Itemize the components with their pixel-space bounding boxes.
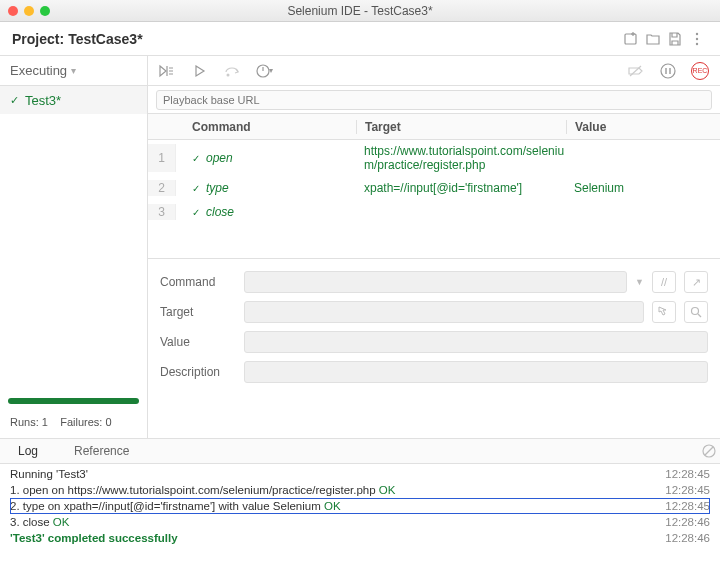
pause-icon[interactable] <box>656 59 680 83</box>
step-command: ✓type <box>176 180 356 196</box>
log-time: 12:28:45 <box>665 468 710 480</box>
minimize-window-button[interactable] <box>24 6 34 16</box>
step-row[interactable]: 1 ✓open https://www.tutorialspoint.com/s… <box>148 140 720 176</box>
step-over-icon[interactable] <box>220 59 244 83</box>
editor-target-label: Target <box>160 305 236 319</box>
log-time: 12:28:46 <box>665 516 710 528</box>
editor-value-label: Value <box>160 335 236 349</box>
step-row[interactable]: 3 ✓close <box>148 200 720 224</box>
header-value: Value <box>566 120 720 134</box>
step-target: https://www.tutorialspoint.com/selenium/… <box>356 144 566 172</box>
speed-icon[interactable]: ▾ <box>252 59 276 83</box>
svg-line-18 <box>698 314 701 317</box>
project-name: TestCase3* <box>68 31 142 47</box>
close-window-button[interactable] <box>8 6 18 16</box>
progress-track <box>8 398 139 404</box>
tab-log[interactable]: Log <box>0 439 56 463</box>
step-value: Selenium <box>566 180 720 196</box>
editor-description-label: Description <box>160 365 236 379</box>
open-project-icon[interactable] <box>642 28 664 50</box>
disable-breakpoints-icon[interactable] <box>624 59 648 83</box>
step-target: xpath=//input[@id='firstname'] <box>356 180 566 196</box>
steps-header: Command Target Value <box>148 114 720 140</box>
executing-dropdown[interactable]: Executing ▾ <box>0 56 147 86</box>
clear-log-icon[interactable] <box>698 440 720 462</box>
svg-rect-0 <box>625 34 636 44</box>
run-all-icon[interactable] <box>156 59 180 83</box>
log-row: Running 'Test3'12:28:45 <box>10 466 710 482</box>
run-stats: Runs: 1 Failures: 0 <box>0 410 147 438</box>
command-editor: Command ▼ // ↗ Target Value Description <box>148 258 720 395</box>
window-titlebar: Selenium IDE - TestCase3* <box>0 0 720 22</box>
bottom-tabs: Log Reference <box>0 438 720 464</box>
step-row[interactable]: 2 ✓type xpath=//input[@id='firstname'] S… <box>148 176 720 200</box>
editor-select-target-icon[interactable] <box>652 301 676 323</box>
url-bar <box>148 86 720 114</box>
progress-bar <box>8 398 139 404</box>
editor-description-field[interactable] <box>244 361 708 383</box>
check-icon: ✓ <box>192 207 200 218</box>
editor-command-label: Command <box>160 275 236 289</box>
editor-command-field[interactable] <box>244 271 627 293</box>
window-controls <box>8 6 50 16</box>
sidebar: Executing ▾ ✓ Test3* Runs: 1 Failures: 0 <box>0 56 148 438</box>
content-area: ▾ REC Command Target Value 1 ✓open https… <box>148 56 720 438</box>
window-title: Selenium IDE - TestCase3* <box>287 4 432 18</box>
new-project-icon[interactable] <box>620 28 642 50</box>
log-row: 1. open on https://www.tutorialspoint.co… <box>10 482 710 498</box>
check-icon: ✓ <box>192 183 200 194</box>
test-list: ✓ Test3* <box>0 86 147 392</box>
tab-reference[interactable]: Reference <box>56 439 147 463</box>
playback-url-input[interactable] <box>156 90 712 110</box>
svg-line-20 <box>705 447 713 455</box>
log-row: 2. type on xpath=//input[@id='firstname'… <box>10 498 710 514</box>
log-time: 12:28:46 <box>665 532 710 544</box>
test-item[interactable]: ✓ Test3* <box>0 86 147 114</box>
step-number: 1 <box>148 144 176 172</box>
log-panel: Running 'Test3'12:28:451. open on https:… <box>0 464 720 564</box>
svg-point-5 <box>696 42 698 44</box>
log-row: 3. close OK12:28:46 <box>10 514 710 530</box>
editor-new-window-icon[interactable]: ↗ <box>684 271 708 293</box>
toolbar: ▾ REC <box>148 56 720 86</box>
test-name: Test3* <box>25 93 61 108</box>
editor-value-field[interactable] <box>244 331 708 353</box>
editor-comment-toggle[interactable]: // <box>652 271 676 293</box>
editor-find-target-icon[interactable] <box>684 301 708 323</box>
step-command: ✓open <box>176 144 356 172</box>
svg-point-14 <box>661 64 675 78</box>
log-row: 'Test3' completed successfully12:28:46 <box>10 530 710 546</box>
save-project-icon[interactable] <box>664 28 686 50</box>
steps-table: 1 ✓open https://www.tutorialspoint.com/s… <box>148 140 720 258</box>
svg-point-3 <box>696 32 698 34</box>
step-number: 3 <box>148 204 176 220</box>
svg-point-4 <box>696 37 698 39</box>
check-icon: ✓ <box>10 94 19 107</box>
project-bar: Project: TestCase3* <box>0 22 720 56</box>
executing-label: Executing <box>10 63 67 78</box>
svg-point-10 <box>227 73 230 76</box>
step-value <box>566 144 720 172</box>
step-value <box>566 204 720 220</box>
header-command: Command <box>176 120 356 134</box>
header-target: Target <box>356 120 566 134</box>
svg-point-17 <box>692 308 699 315</box>
project-label: Project: <box>12 31 64 47</box>
log-time: 12:28:45 <box>665 500 710 512</box>
run-current-icon[interactable] <box>188 59 212 83</box>
check-icon: ✓ <box>192 153 200 164</box>
record-button[interactable]: REC <box>688 59 712 83</box>
maximize-window-button[interactable] <box>40 6 50 16</box>
step-target <box>356 204 566 220</box>
step-command: ✓close <box>176 204 356 220</box>
editor-target-field[interactable] <box>244 301 644 323</box>
more-menu-icon[interactable] <box>686 28 708 50</box>
log-time: 12:28:45 <box>665 484 710 496</box>
chevron-down-icon: ▾ <box>71 65 76 76</box>
step-number: 2 <box>148 180 176 196</box>
